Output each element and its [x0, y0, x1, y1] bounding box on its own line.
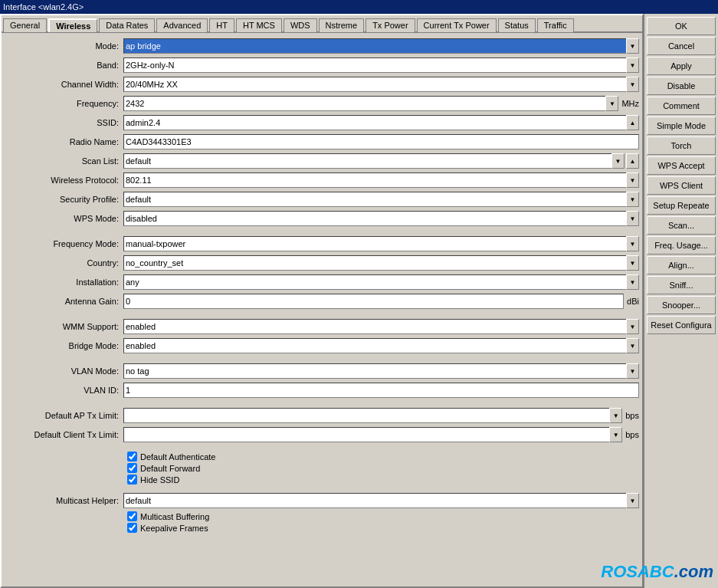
frequency-input[interactable]: [123, 96, 605, 111]
frequency-dropdown-btn[interactable]: ▼: [605, 96, 618, 111]
ok-button[interactable]: OK: [647, 17, 716, 35]
tab-tx-power[interactable]: Tx Power: [366, 18, 415, 32]
tab-ht-mcs[interactable]: HT MCS: [236, 18, 282, 32]
bridge-mode-input[interactable]: [123, 338, 626, 353]
freq-usage-button[interactable]: Freq. Usage...: [647, 236, 716, 255]
tab-advanced[interactable]: Advanced: [156, 18, 208, 32]
scan-button[interactable]: Scan...: [647, 216, 716, 235]
keepalive-frames-checkbox[interactable]: [127, 523, 137, 533]
vlan-mode-input[interactable]: [123, 363, 626, 379]
wireless-protocol-dropdown-btn[interactable]: ▼: [626, 172, 639, 188]
vlan-id-input[interactable]: [123, 383, 639, 398]
tab-ht[interactable]: HT: [209, 18, 234, 32]
tab-nstreme[interactable]: Nstreme: [319, 18, 365, 32]
default-client-tx-input[interactable]: [123, 427, 609, 442]
band-label: Band:: [5, 61, 123, 70]
channel-width-control: ▼: [123, 77, 639, 92]
apply-button[interactable]: Apply: [647, 57, 716, 75]
reset-config-button[interactable]: Reset Configura: [647, 316, 716, 334]
vlan-mode-dropdown-btn[interactable]: ▼: [626, 363, 639, 379]
default-ap-tx-dropdown-btn[interactable]: ▼: [609, 408, 622, 423]
tab-status[interactable]: Status: [498, 18, 536, 32]
frequency-mode-dropdown-btn[interactable]: ▼: [626, 236, 639, 251]
frequency-mode-label: Frequency Mode:: [5, 239, 123, 248]
tab-traffic[interactable]: Traffic: [537, 18, 574, 32]
band-dropdown-btn[interactable]: ▼: [626, 57, 639, 73]
mode-control: ▼: [123, 38, 639, 54]
mode-dropdown-wrap: ▼: [123, 38, 639, 54]
wps-mode-dropdown-btn[interactable]: ▼: [626, 211, 639, 226]
align-button[interactable]: Align...: [647, 256, 716, 274]
multicast-helper-label: Multicast Helper:: [5, 496, 123, 505]
band-input[interactable]: [123, 57, 626, 73]
default-client-tx-dropdown-btn[interactable]: ▼: [609, 427, 622, 442]
security-profile-dropdown-btn[interactable]: ▼: [626, 192, 639, 207]
multicast-helper-dropdown-btn[interactable]: ▼: [626, 493, 639, 508]
hide-ssid-row: Hide SSID: [5, 475, 639, 485]
antenna-gain-input[interactable]: [123, 294, 624, 309]
radio-name-input[interactable]: [123, 134, 639, 149]
tab-general[interactable]: General: [3, 18, 47, 32]
scan-list-input[interactable]: [123, 153, 611, 169]
tab-wds[interactable]: WDS: [284, 18, 317, 32]
comment-button[interactable]: Comment: [647, 97, 716, 115]
bridge-mode-dropdown-wrap: ▼: [123, 338, 639, 353]
vlan-mode-row: VLAN Mode: ▼: [5, 363, 639, 379]
scan-list-label: Scan List:: [5, 156, 123, 166]
mode-dropdown-btn[interactable]: ▼: [626, 38, 639, 54]
setup-repeater-button[interactable]: Setup Repeate: [647, 196, 716, 215]
tab-wireless[interactable]: Wireless: [48, 18, 97, 32]
frequency-mode-input[interactable]: [123, 236, 626, 251]
cancel-button[interactable]: Cancel: [647, 37, 716, 55]
radio-name-label: Radio Name:: [5, 137, 123, 146]
country-input[interactable]: [123, 255, 626, 271]
torch-button[interactable]: Torch: [647, 136, 716, 155]
multicast-buffering-checkbox[interactable]: [127, 511, 137, 521]
hide-ssid-checkbox[interactable]: [127, 475, 137, 485]
installation-dropdown-btn[interactable]: ▼: [626, 274, 639, 290]
country-dropdown-btn[interactable]: ▼: [626, 255, 639, 271]
disable-button[interactable]: Disable: [647, 77, 716, 95]
bridge-mode-dropdown-btn[interactable]: ▼: [626, 338, 639, 353]
installation-label: Installation:: [5, 278, 123, 287]
wireless-protocol-input[interactable]: [123, 172, 626, 188]
default-ap-tx-wrap: ▼: [123, 408, 622, 423]
mode-input[interactable]: [123, 38, 626, 54]
security-profile-input[interactable]: [123, 192, 626, 207]
ssid-input[interactable]: [123, 115, 626, 130]
sniff-button[interactable]: Sniff...: [647, 276, 716, 294]
wireless-protocol-label: Wireless Protocol:: [5, 176, 123, 185]
ssid-dropdown-btn[interactable]: ▲: [626, 115, 639, 130]
wmm-support-input[interactable]: [123, 319, 626, 334]
scan-list-btns: ▼ ▲: [611, 153, 639, 169]
keepalive-frames-row: Keepalive Frames: [5, 523, 639, 533]
snooper-button[interactable]: Snooper...: [647, 296, 716, 314]
country-label: Country:: [5, 258, 123, 268]
channel-width-input[interactable]: [123, 77, 626, 92]
channel-width-dropdown-btn[interactable]: ▼: [626, 77, 639, 92]
mode-label: Mode:: [5, 41, 123, 51]
scan-list-dropdown-btn[interactable]: ▼: [611, 153, 625, 169]
default-ap-tx-input[interactable]: [123, 408, 609, 423]
default-client-tx-wrap: ▼: [123, 427, 622, 442]
simple-mode-button[interactable]: Simple Mode: [647, 117, 716, 135]
default-forward-checkbox[interactable]: [127, 463, 137, 473]
default-ap-tx-control: ▼ bps: [123, 408, 639, 423]
wmm-support-dropdown-btn[interactable]: ▼: [626, 319, 639, 334]
title-bar: Interface <wlan2.4G>: [0, 0, 718, 14]
installation-dropdown-wrap: ▼: [123, 274, 639, 290]
scan-list-control: ▼ ▲: [123, 153, 639, 169]
wmm-support-control: ▼: [123, 319, 639, 334]
wps-mode-dropdown-wrap: ▼: [123, 211, 639, 226]
security-profile-dropdown-wrap: ▼: [123, 192, 639, 207]
tab-current-tx-power[interactable]: Current Tx Power: [417, 18, 497, 32]
wps-accept-button[interactable]: WPS Accept: [647, 156, 716, 175]
wps-client-button[interactable]: WPS Client: [647, 176, 716, 195]
installation-input[interactable]: [123, 274, 626, 290]
scan-list-add-btn[interactable]: ▲: [626, 153, 639, 169]
default-authenticate-checkbox[interactable]: [127, 452, 137, 462]
multicast-helper-input[interactable]: [123, 493, 626, 508]
multicast-buffering-row: Multicast Buffering: [5, 511, 639, 521]
wps-mode-input[interactable]: [123, 211, 626, 226]
tab-data-rates[interactable]: Data Rates: [99, 18, 155, 32]
